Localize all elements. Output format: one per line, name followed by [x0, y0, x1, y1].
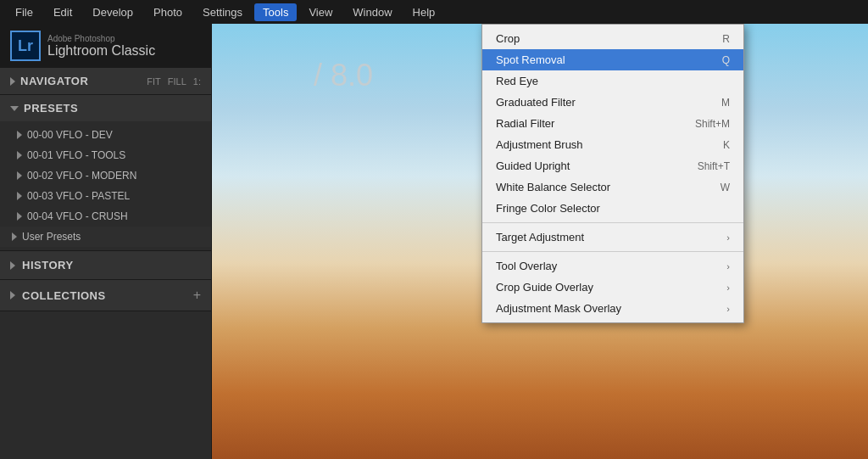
- preset-group-label: 00-00 VFLO - DEV: [27, 129, 113, 141]
- lr-title-top: Adobe Photoshop: [47, 34, 155, 43]
- navigator-fit[interactable]: FIT: [147, 76, 161, 87]
- lr-title-main: Lightroom Classic: [47, 43, 155, 59]
- menu-item-guided-upright-shortcut: Shift+T: [698, 160, 730, 172]
- preset-group-label: 00-02 VFLO - MODERN: [27, 170, 136, 182]
- menu-item-tool-overlay[interactable]: Tool Overlay ›: [482, 255, 743, 277]
- preset-group-vflo-modern[interactable]: 00-02 VFLO - MODERN: [0, 165, 211, 186]
- menu-item-crop-label: Crop: [496, 32, 697, 45]
- menu-item-radial-filter[interactable]: Radial Filter Shift+M: [482, 113, 743, 134]
- preset-group-icon: [17, 192, 22, 200]
- menu-item-graduated-filter-label: Graduated Filter: [496, 96, 696, 109]
- collections-label: Collections: [22, 289, 186, 302]
- presets-header[interactable]: Presets: [0, 95, 211, 121]
- menu-item-crop-guide-overlay[interactable]: Crop Guide Overlay ›: [482, 277, 743, 298]
- user-presets-label: User Presets: [22, 231, 81, 243]
- collections-add-icon[interactable]: +: [193, 288, 201, 303]
- menu-item-crop-guide-overlay-arrow: ›: [726, 283, 730, 293]
- menu-item-adjustment-mask-overlay-arrow: ›: [726, 304, 730, 314]
- menu-item-spot-removal[interactable]: Spot Removal Q: [482, 49, 743, 70]
- menu-item-fringe-color-selector[interactable]: Fringe Color Selector: [482, 198, 743, 219]
- navigator-fill[interactable]: FILL: [168, 76, 186, 87]
- menubar: File Edit Develop Photo Settings Tools V…: [0, 0, 868, 24]
- menu-item-tool-overlay-arrow: ›: [726, 261, 730, 271]
- history-label: History: [22, 259, 201, 271]
- preset-group-icon: [17, 171, 22, 180]
- menu-view[interactable]: View: [300, 3, 341, 21]
- collections-collapse-icon: [10, 291, 15, 299]
- lr-title-block: Adobe Photoshop Lightroom Classic: [47, 34, 155, 59]
- preset-group-vflo-tools[interactable]: 00-01 VFLO - TOOLS: [0, 145, 211, 165]
- menu-item-white-balance-selector-label: White Balance Selector: [496, 181, 695, 193]
- menu-item-target-adjustment[interactable]: Target Adjustment ›: [482, 227, 743, 248]
- menu-item-spot-removal-label: Spot Removal: [496, 53, 697, 66]
- navigator-controls: FIT FILL 1:: [147, 76, 201, 87]
- left-panel: Lr Adobe Photoshop Lightroom Classic Nav…: [0, 24, 212, 459]
- presets-label: Presets: [24, 102, 201, 115]
- navigator-collapse-icon: [10, 77, 15, 86]
- preset-group-vflo-crush[interactable]: 00-04 VFLO - CRUSH: [0, 206, 211, 227]
- menu-item-graduated-filter[interactable]: Graduated Filter M: [482, 92, 743, 113]
- presets-collapse-icon: [10, 106, 19, 111]
- preset-group-label: 00-04 VFLO - CRUSH: [27, 210, 128, 222]
- presets-content: 00-00 VFLO - DEV 00-01 VFLO - TOOLS 00-0…: [0, 121, 211, 250]
- history-collapse-icon: [10, 261, 15, 270]
- menu-item-adjustment-mask-overlay-label: Adjustment Mask Overlay: [496, 302, 726, 315]
- navigator-zoom[interactable]: 1:: [193, 76, 201, 87]
- menu-item-target-adjustment-arrow: ›: [726, 232, 730, 243]
- menu-item-red-eye-label: Red Eye: [496, 75, 704, 87]
- preset-group-vflo-dev[interactable]: 00-00 VFLO - DEV: [0, 125, 211, 145]
- lr-branding: Lr Adobe Photoshop Lightroom Classic: [0, 24, 211, 68]
- menu-item-adjustment-mask-overlay[interactable]: Adjustment Mask Overlay ›: [482, 298, 743, 319]
- menu-item-white-balance-selector[interactable]: White Balance Selector W: [482, 176, 743, 198]
- menu-develop[interactable]: Develop: [84, 3, 142, 21]
- menu-item-tool-overlay-label: Tool Overlay: [496, 260, 726, 272]
- menu-separator-2: [482, 251, 743, 252]
- preset-group-icon: [17, 151, 22, 160]
- menu-item-target-adjustment-label: Target Adjustment: [496, 231, 726, 243]
- menu-item-crop[interactable]: Crop R: [482, 28, 743, 49]
- menu-settings[interactable]: Settings: [194, 3, 251, 21]
- history-section[interactable]: History: [0, 251, 211, 280]
- menu-item-guided-upright-label: Guided Upright: [496, 160, 672, 172]
- version-text: / 8.0: [314, 58, 373, 93]
- menu-item-guided-upright[interactable]: Guided Upright Shift+T: [482, 155, 743, 176]
- menu-item-adjustment-brush-label: Adjustment Brush: [496, 138, 698, 151]
- menu-item-spot-removal-shortcut: Q: [722, 54, 730, 66]
- main-content: / 8.0 Crop R Spot Removal Q Red Eye Grad…: [212, 24, 868, 459]
- menu-tools[interactable]: Tools: [254, 3, 297, 21]
- menu-help[interactable]: Help: [404, 3, 444, 21]
- menu-item-red-eye[interactable]: Red Eye: [482, 70, 743, 92]
- preset-group-label: 00-03 VFLO - PASTEL: [27, 190, 130, 202]
- menu-separator-1: [482, 222, 743, 223]
- tools-dropdown-menu: Crop R Spot Removal Q Red Eye Graduated …: [481, 24, 744, 323]
- preset-group-icon: [17, 131, 22, 139]
- main-layout: Lr Adobe Photoshop Lightroom Classic Nav…: [0, 24, 868, 459]
- preset-group-label: 00-01 VFLO - TOOLS: [27, 149, 125, 161]
- menu-item-fringe-color-selector-label: Fringe Color Selector: [496, 202, 704, 215]
- menu-item-radial-filter-label: Radial Filter: [496, 117, 670, 130]
- presets-section: Presets 00-00 VFLO - DEV 00-01 VFLO - TO…: [0, 95, 211, 251]
- menu-window[interactable]: Window: [344, 3, 400, 21]
- menu-item-adjustment-brush[interactable]: Adjustment Brush K: [482, 134, 743, 155]
- menu-item-adjustment-brush-shortcut: K: [723, 139, 730, 151]
- lr-logo: Lr: [10, 31, 41, 61]
- menu-item-crop-shortcut: R: [722, 33, 730, 45]
- preset-group-vflo-pastel[interactable]: 00-03 VFLO - PASTEL: [0, 186, 211, 206]
- menu-file[interactable]: File: [7, 3, 42, 21]
- menu-item-white-balance-selector-shortcut: W: [721, 182, 730, 193]
- collections-section[interactable]: Collections +: [0, 280, 211, 311]
- menu-item-crop-guide-overlay-label: Crop Guide Overlay: [496, 281, 726, 294]
- navigator-section: Navigator FIT FILL 1:: [0, 68, 211, 95]
- menu-photo[interactable]: Photo: [145, 3, 191, 21]
- navigator-header[interactable]: Navigator FIT FILL 1:: [0, 68, 211, 94]
- menu-item-graduated-filter-shortcut: M: [721, 97, 730, 109]
- user-presets-row[interactable]: User Presets: [0, 227, 211, 247]
- user-presets-icon: [12, 232, 17, 241]
- menu-edit[interactable]: Edit: [45, 3, 81, 21]
- menu-item-radial-filter-shortcut: Shift+M: [695, 118, 730, 130]
- navigator-label: Navigator: [20, 75, 142, 87]
- preset-group-icon: [17, 212, 22, 221]
